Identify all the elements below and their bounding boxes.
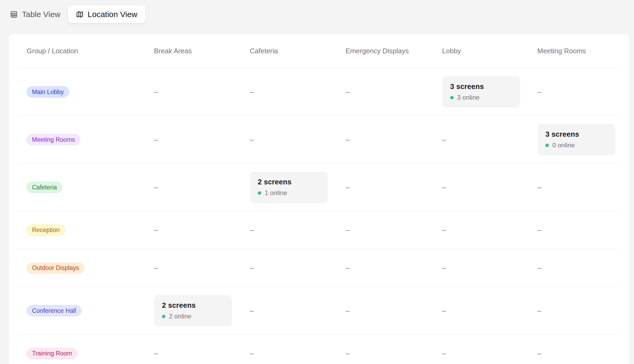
- screen-count: 2 screens: [258, 178, 325, 186]
- table-row: Main Lobby–––3 screens3 online–: [18, 68, 620, 116]
- screen-count: 3 screens: [450, 83, 517, 91]
- online-dot-icon: [450, 96, 454, 99]
- empty-cell: –: [154, 88, 250, 96]
- empty-cell: –: [537, 183, 620, 192]
- column-header: Meeting Rooms: [537, 47, 620, 55]
- empty-dash: –: [537, 88, 541, 96]
- empty-cell: –: [442, 264, 537, 272]
- online-dot-icon: [162, 315, 165, 318]
- empty-dash: –: [537, 307, 541, 315]
- empty-dash: –: [346, 136, 350, 144]
- group-badge[interactable]: Meeting Rooms: [27, 134, 80, 145]
- tab-label: Location View: [88, 10, 137, 19]
- group-badge[interactable]: Cafeteria: [27, 182, 62, 193]
- online-count: 3 online: [457, 94, 480, 101]
- group-cell: Meeting Rooms: [18, 134, 154, 145]
- column-header: Group / Location: [18, 47, 154, 55]
- empty-cell: –: [346, 88, 442, 96]
- table-row: Conference Hall2 screens2 online––––: [18, 287, 620, 335]
- map-icon: [76, 11, 84, 18]
- empty-dash: –: [442, 264, 446, 272]
- empty-cell: –: [250, 349, 346, 358]
- online-dot-icon: [258, 191, 261, 195]
- empty-dash: –: [250, 307, 254, 315]
- empty-dash: –: [154, 136, 158, 144]
- empty-dash: –: [346, 226, 350, 234]
- empty-cell: –: [154, 183, 250, 192]
- empty-cell: –: [346, 136, 442, 144]
- empty-cell: –: [154, 349, 250, 358]
- empty-cell: –: [442, 226, 537, 234]
- group-cell: Main Lobby: [18, 86, 154, 98]
- empty-dash: –: [346, 264, 350, 272]
- empty-cell: –: [537, 226, 620, 234]
- empty-dash: –: [346, 183, 350, 191]
- empty-cell: –: [537, 264, 620, 272]
- empty-dash: –: [537, 264, 541, 272]
- empty-dash: –: [250, 136, 254, 144]
- online-status: 2 online: [162, 313, 229, 320]
- empty-cell: –: [442, 136, 537, 144]
- online-dot-icon: [545, 144, 549, 147]
- online-count: 0 online: [552, 141, 575, 149]
- empty-dash: –: [442, 226, 446, 234]
- empty-cell: –: [346, 226, 442, 234]
- empty-dash: –: [442, 136, 446, 144]
- table-row: Reception–––––: [18, 211, 620, 249]
- online-status: 3 online: [450, 94, 517, 101]
- online-status: 1 online: [258, 189, 325, 197]
- online-count: 1 online: [265, 189, 287, 197]
- tab-label: Table View: [22, 10, 61, 19]
- empty-dash: –: [537, 349, 541, 357]
- screen-count: 3 screens: [545, 130, 613, 139]
- empty-cell: –: [442, 349, 537, 358]
- empty-dash: –: [442, 349, 446, 357]
- table-icon: [10, 11, 18, 18]
- group-cell: Conference Hall: [18, 305, 154, 316]
- screen-count-card[interactable]: 3 screens0 online: [537, 124, 615, 155]
- screen-count-card[interactable]: 2 screens1 online: [250, 172, 328, 203]
- online-status: 0 online: [545, 141, 613, 149]
- empty-cell: –: [250, 307, 346, 315]
- empty-cell: –: [346, 183, 442, 192]
- empty-dash: –: [154, 183, 158, 191]
- empty-dash: –: [250, 226, 254, 234]
- view-switcher: Table View Location View: [0, 0, 634, 23]
- group-badge[interactable]: Reception: [27, 225, 65, 236]
- column-header: Lobby: [442, 47, 537, 55]
- empty-dash: –: [442, 183, 446, 191]
- screen-count-card[interactable]: 3 screens3 online: [442, 76, 520, 108]
- empty-dash: –: [250, 349, 254, 357]
- empty-dash: –: [346, 307, 350, 315]
- empty-cell: –: [154, 136, 250, 144]
- column-header: Emergency Displays: [346, 47, 442, 55]
- empty-dash: –: [537, 226, 541, 234]
- table-row: Meeting Rooms––––3 screens0 online: [18, 116, 620, 164]
- screen-count-card[interactable]: 2 screens2 online: [154, 295, 232, 326]
- empty-cell: –: [154, 264, 250, 272]
- group-cell: Cafeteria: [18, 182, 154, 193]
- empty-cell: –: [346, 307, 442, 315]
- group-cell: Outdoor Displays: [18, 262, 154, 274]
- empty-dash: –: [250, 88, 254, 96]
- table-row: Outdoor Displays–––––: [18, 249, 620, 287]
- location-matrix-panel: Group / LocationBreak AreasCafeteriaEmer…: [9, 34, 629, 364]
- empty-dash: –: [154, 264, 158, 272]
- group-badge[interactable]: Training Room: [27, 348, 77, 359]
- empty-cell: –: [537, 88, 620, 96]
- online-count: 2 online: [169, 313, 191, 320]
- location-cell: 2 screens2 online: [154, 295, 250, 326]
- empty-dash: –: [346, 349, 350, 357]
- location-cell: 3 screens3 online: [442, 76, 537, 108]
- empty-dash: –: [154, 349, 158, 357]
- table-header-row: Group / LocationBreak AreasCafeteriaEmer…: [18, 34, 620, 68]
- group-badge[interactable]: Main Lobby: [27, 86, 69, 98]
- table-row: Training Room–––––: [18, 335, 620, 364]
- empty-cell: –: [250, 264, 346, 272]
- group-badge[interactable]: Outdoor Displays: [27, 262, 84, 274]
- tab-table-view[interactable]: Table View: [10, 6, 61, 23]
- empty-dash: –: [154, 226, 158, 234]
- group-badge[interactable]: Conference Hall: [27, 305, 81, 316]
- empty-cell: –: [250, 88, 346, 96]
- tab-location-view[interactable]: Location View: [68, 6, 145, 23]
